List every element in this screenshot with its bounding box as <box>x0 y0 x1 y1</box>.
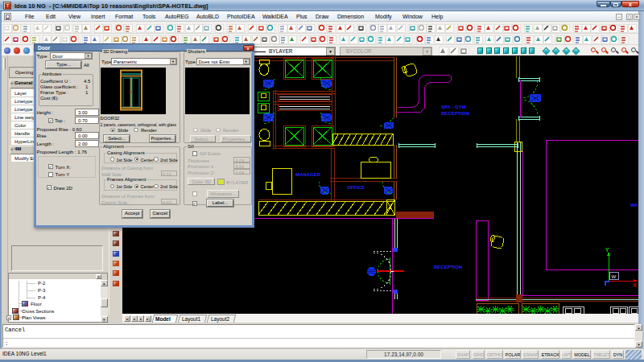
svg-text:W: W <box>612 274 617 279</box>
svg-text:RECEPTION: RECEPTION <box>441 111 469 116</box>
svg-text:OFFICE: OFFICE <box>347 185 365 190</box>
svg-text:MANAGER: MANAGER <box>295 172 321 177</box>
svg-text:X: X <box>633 282 637 288</box>
svg-text:Y: Y <box>605 247 609 253</box>
svg-text:SPA - GYM: SPA - GYM <box>441 105 466 109</box>
svg-text:WA: WA <box>630 203 638 208</box>
svg-text:RECEPTION: RECEPTION <box>434 265 462 269</box>
